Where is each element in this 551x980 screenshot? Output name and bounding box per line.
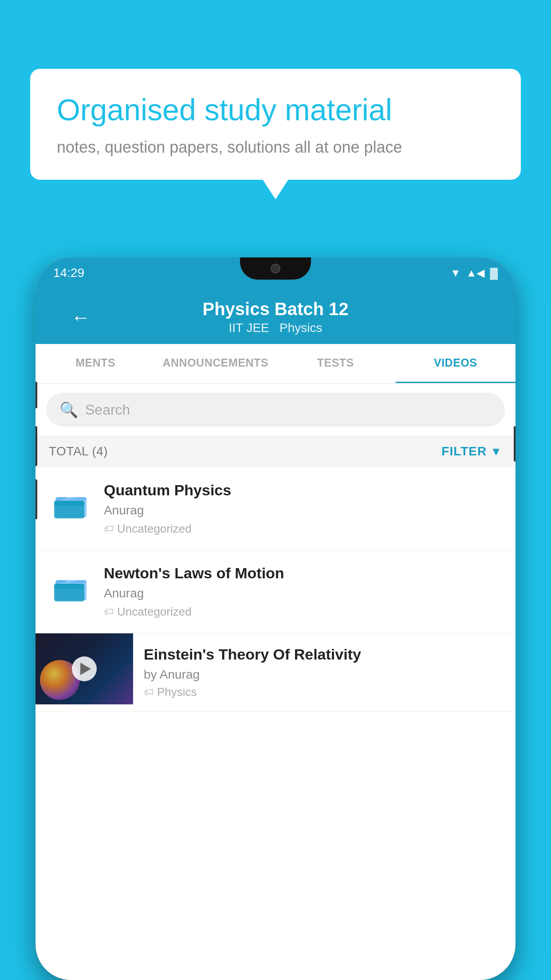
video-info: Quantum Physics Anurag 🏷 Uncategorized (104, 482, 502, 536)
status-bar: 14:29 ▼ ▲◀ ▓ (35, 257, 516, 288)
status-icons: ▼ ▲◀ ▓ (450, 267, 498, 279)
video-thumbnail (49, 565, 93, 609)
total-label: TOTAL (4) (49, 444, 108, 458)
filter-row: TOTAL (4) FILTER ▼ (35, 435, 516, 467)
video-thumbnail-einstein (35, 633, 133, 704)
wifi-icon: ▼ (450, 267, 461, 279)
tabs-bar: MENTS ANNOUNCEMENTS TESTS VIDEOS (35, 344, 516, 384)
header-tags: IIT JEE Physics (202, 321, 348, 335)
folder-icon (53, 488, 89, 519)
video-author: by Anurag (144, 668, 505, 682)
video-author: Anurag (104, 503, 502, 518)
video-info: Einstein's Theory Of Relativity by Anura… (133, 633, 516, 711)
batch-title: Physics Batch 12 (202, 299, 348, 319)
video-tag: 🏷 Uncategorized (104, 605, 502, 619)
search-bar[interactable]: 🔍 Search (46, 393, 505, 427)
video-author: Anurag (104, 586, 502, 601)
speech-bubble-container: Organised study material notes, question… (30, 69, 521, 180)
silent-button (35, 479, 37, 519)
volume-up-button (35, 382, 37, 408)
filter-label: FILTER (441, 444, 487, 458)
notch (240, 257, 311, 280)
tab-announcements[interactable]: ANNOUNCEMENTS (156, 344, 276, 383)
video-thumbnail (49, 482, 93, 526)
video-tag: 🏷 Physics (144, 685, 505, 699)
video-title: Einstein's Theory Of Relativity (144, 646, 505, 663)
tag-icon: 🏷 (104, 523, 114, 535)
volume-down-button (35, 426, 37, 466)
speech-bubble: Organised study material notes, question… (30, 69, 521, 180)
search-wrapper: 🔍 Search (35, 384, 516, 435)
app-header: ← Physics Batch 12 IIT JEE Physics (35, 288, 516, 344)
camera-icon (271, 264, 280, 273)
tag-iit: IIT JEE Physics (228, 321, 322, 335)
status-time: 14:29 (53, 266, 84, 280)
signal-icon: ▲◀ (466, 267, 485, 279)
battery-icon: ▓ (490, 267, 498, 279)
video-tag: 🏷 Uncategorized (104, 522, 502, 536)
list-item[interactable]: Einstein's Theory Of Relativity by Anura… (35, 633, 516, 712)
video-info: Newton's Laws of Motion Anurag 🏷 Uncateg… (104, 565, 502, 619)
tag-icon: 🏷 (104, 606, 114, 618)
list-item[interactable]: Quantum Physics Anurag 🏷 Uncategorized (35, 467, 516, 550)
tab-tests[interactable]: TESTS (276, 344, 396, 383)
header-row: ← Physics Batch 12 IIT JEE Physics (53, 299, 498, 335)
video-title: Newton's Laws of Motion (104, 565, 502, 582)
search-icon: 🔍 (59, 401, 78, 419)
tab-ments[interactable]: MENTS (35, 344, 156, 383)
folder-icon (53, 571, 89, 602)
tag-icon: 🏷 (144, 687, 153, 698)
list-item[interactable]: Newton's Laws of Motion Anurag 🏷 Uncateg… (35, 550, 516, 633)
play-button[interactable] (72, 656, 97, 681)
search-input[interactable]: Search (85, 402, 130, 418)
tag-label: Physics (157, 685, 197, 699)
video-title: Quantum Physics (104, 482, 502, 499)
svg-rect-5 (54, 584, 84, 589)
tag-label: Uncategorized (117, 522, 192, 536)
tab-videos[interactable]: VIDEOS (396, 344, 516, 383)
play-triangle-icon (80, 663, 91, 675)
bubble-title: Organised study material (57, 92, 494, 128)
phone-frame: 14:29 ▼ ▲◀ ▓ ← Physics Batch 12 IIT JEE … (35, 257, 516, 980)
back-button[interactable]: ← (71, 306, 91, 328)
filter-button[interactable]: FILTER ▼ (441, 444, 502, 458)
power-button (514, 426, 516, 462)
filter-icon: ▼ (490, 445, 502, 458)
tag-label: Uncategorized (117, 605, 192, 619)
bubble-subtitle: notes, question papers, solutions all at… (57, 138, 494, 157)
video-list: Quantum Physics Anurag 🏷 Uncategorized (35, 467, 516, 712)
phone-inner: 14:29 ▼ ▲◀ ▓ ← Physics Batch 12 IIT JEE … (35, 257, 516, 980)
